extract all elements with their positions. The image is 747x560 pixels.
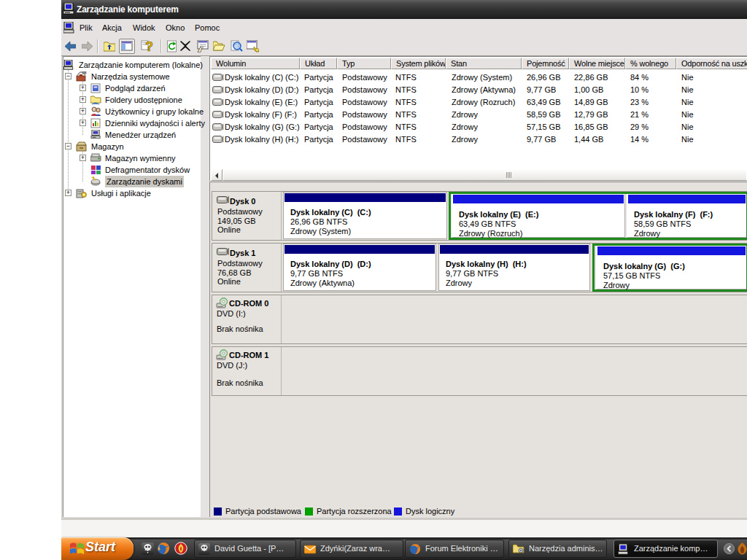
svg-text:?: ? xyxy=(145,39,153,53)
